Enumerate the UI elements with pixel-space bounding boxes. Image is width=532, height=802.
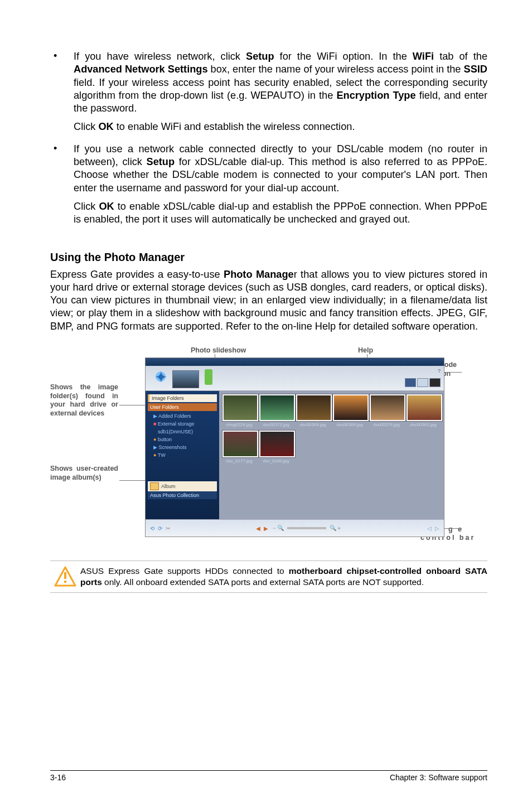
thumbnail-caption: cimg0224.jpg <box>223 422 256 427</box>
thumbnail[interactable]: dsc00362.jpg <box>407 394 440 427</box>
bullet-paragraph: Click OK to enable WiFi and establish th… <box>74 120 487 133</box>
callout-user-albums: Shows user-created image album(s) <box>50 465 118 482</box>
svg-rect-1 <box>64 572 66 579</box>
rotate-left-icon[interactable]: ⟲ <box>150 525 154 532</box>
bullet-paragraph: Click OK to enable xDSL/cable dial-up an… <box>74 200 487 226</box>
thumbnail[interactable]: dsc00368.jpg <box>296 394 330 427</box>
view-mode-thumb-icon[interactable] <box>405 378 416 387</box>
photo-manager-diagram: Photo slideshow Help View mode selection… <box>50 346 487 547</box>
page-number: 3-16 <box>50 773 66 782</box>
thumbnail-caption: dsc_0180.jpg <box>259 458 293 463</box>
sidebar-sdb1[interactable]: sdb1(DnmUSE) <box>148 428 217 436</box>
connector-line <box>444 528 462 529</box>
section-heading: Using the Photo Manager <box>50 251 487 264</box>
sidebar: Image Folders User Folders Added Folders… <box>146 391 219 519</box>
thumbnail-caption: dsc00369.jpg <box>333 422 366 427</box>
photo-manager-window: ✦ ? Image Folders User Folders Added Fol… <box>145 357 444 537</box>
zoom-in-icon[interactable]: 🔍＋ <box>330 524 342 532</box>
thumbnail-caption: dsc00362.jpg <box>407 422 440 427</box>
view-mode-buttons[interactable] <box>405 378 441 387</box>
callout-help: Help <box>358 346 373 355</box>
help-icon[interactable]: ? <box>438 368 441 374</box>
sidebar-tw[interactable]: TW <box>148 451 217 459</box>
sidebar-user-folders[interactable]: User Folders <box>148 403 217 411</box>
prev-icon[interactable]: ◀ <box>256 525 260 532</box>
sidebar-added-folders[interactable]: Added Folders <box>148 412 217 420</box>
view-mode-dark-icon[interactable] <box>429 378 441 387</box>
page-footer: 3-16 Chapter 3: Software support <box>50 770 487 782</box>
rotate-right-icon[interactable]: ⟳ <box>158 525 162 532</box>
folder-icon <box>150 482 159 490</box>
thumbnail-caption: dsc_0177.jpg <box>223 458 256 463</box>
app-logo-icon: ✦ <box>151 368 170 387</box>
bullet-paragraph: If you have wireless network, click Setu… <box>74 50 487 115</box>
connector-line <box>444 372 462 373</box>
callout-image-folders: Shows the image folder(s) found in your … <box>50 383 118 418</box>
sidebar-screenshots[interactable]: Screenshots <box>148 443 217 451</box>
preview-thumb <box>172 370 199 388</box>
thumbnail[interactable]: dsc00379.jpg <box>370 394 403 427</box>
crop-icon[interactable]: ✂ <box>166 525 170 532</box>
sidebar-button[interactable]: button <box>148 436 217 443</box>
sidebar-external-storage[interactable]: External storage <box>148 420 217 428</box>
chapter-label: Chapter 3: Software support <box>390 773 487 782</box>
next-icon[interactable]: ▶ <box>264 525 268 532</box>
bullet-item: • If you have wireless network, click Se… <box>50 50 487 139</box>
zoom-out-icon[interactable]: －🔍 <box>272 524 284 532</box>
callout-photo-slideshow: Photo slideshow <box>191 346 246 355</box>
bullet-item: • If you use a network cable connected d… <box>50 143 487 232</box>
sidebar-image-folders[interactable]: Image Folders <box>148 394 217 402</box>
window-toolbar: ✦ ? <box>146 366 444 391</box>
view-mode-list-icon[interactable] <box>417 378 428 387</box>
bullet-list: • If you have wireless network, click Se… <box>50 50 487 235</box>
sidebar-album[interactable]: Album <box>148 481 217 491</box>
thumbnail[interactable]: dsc_0180.jpg <box>259 431 293 463</box>
sidebar-photo-collection[interactable]: Asus Photo Collection <box>148 491 217 499</box>
sidebar-album-label: Album <box>161 484 176 489</box>
zoom-slider[interactable] <box>287 527 326 529</box>
thumbnail[interactable]: cimg0224.jpg <box>223 394 256 427</box>
nav-next-icon[interactable]: ▷ <box>435 525 439 532</box>
thumbnail[interactable]: dsc00373.jpg <box>259 394 293 427</box>
image-control-bar: ⟲ ⟳ ✂ ◀ ▶ －🔍 🔍＋ ◁ ▷ <box>146 519 444 537</box>
thumbnail-caption: dsc00379.jpg <box>370 422 403 427</box>
note-text: ASUS Express Gate supports HDDs connecte… <box>80 566 487 588</box>
svg-rect-2 <box>64 581 66 583</box>
bullet-marker: • <box>50 50 74 139</box>
slideshow-button[interactable] <box>205 369 212 385</box>
window-titlebar <box>146 358 444 366</box>
thumbnail[interactable]: dsc00369.jpg <box>333 394 366 427</box>
thumbnail-caption: dsc00368.jpg <box>296 422 330 427</box>
section-paragraph: Express Gate provides a easy-to-use Phot… <box>50 268 487 333</box>
caution-icon <box>50 566 80 588</box>
nav-prev-icon[interactable]: ◁ <box>427 525 432 532</box>
thumbnail-caption: dsc00373.jpg <box>259 422 293 427</box>
bullet-marker: • <box>50 143 74 232</box>
note-box: ASUS Express Gate supports HDDs connecte… <box>50 561 487 593</box>
thumbnail-gallery: cimg0224.jpg dsc00373.jpg dsc00368.jpg d… <box>219 391 444 519</box>
thumbnail[interactable]: dsc_0177.jpg <box>223 431 256 463</box>
bullet-paragraph: If you use a network cable connected dir… <box>74 143 487 195</box>
